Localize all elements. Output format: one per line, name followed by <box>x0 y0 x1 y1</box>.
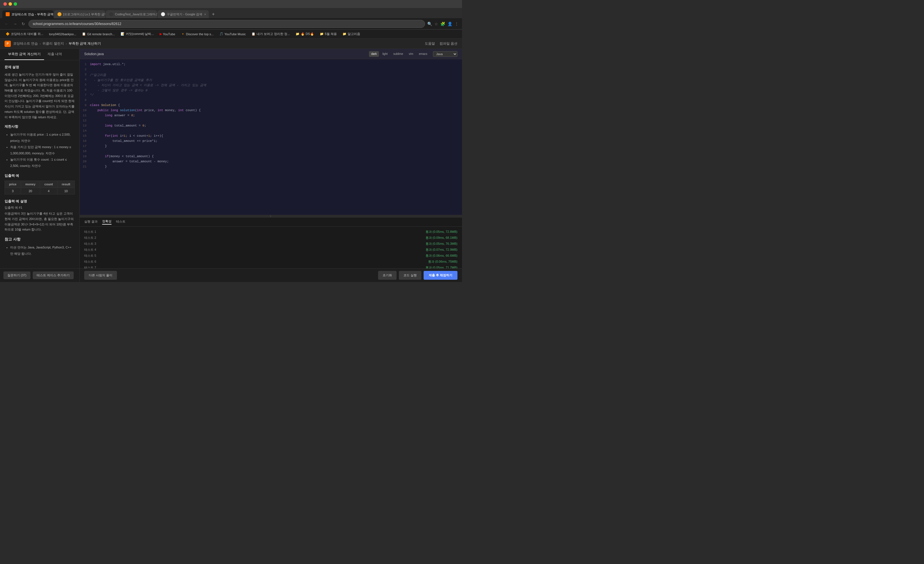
tab-bar: 코딩테스트 연습 - 부족한 금액 계... ✕ [프로그래머스] Lv.1 부… <box>0 8 462 18</box>
bookmark-ds[interactable]: 📁 🔥 DS🔥 <box>293 31 316 37</box>
left-panel: 부족한 금액 계산하기 제출 내역 문제 설명 새로 생긴 놀이기구는 인기가 … <box>0 49 80 282</box>
minimize-button[interactable] <box>9 2 12 6</box>
theme-vim[interactable]: vim <box>406 51 416 57</box>
bookmark-8[interactable]: 📋 내가 보려고 정리한 정... <box>249 31 292 37</box>
tab-problem[interactable]: 부족한 금액 계산하기 <box>4 49 44 60</box>
test-result-4: 테스트 4 통과 (0.07ms, 72.9MB) <box>84 247 458 253</box>
bookmark-ds-label: 🔥 DS🔥 <box>301 32 314 36</box>
compile-options-link[interactable]: 컴파일 옵션 <box>440 41 458 46</box>
profile-icon[interactable]: 👤 <box>447 22 452 26</box>
tab-4-label: 구글번역기 - Google 검색 <box>167 12 202 16</box>
bookmark-6[interactable]: 🔸 Discover the top s... <box>178 31 216 37</box>
code-line-6: 6 - 그렇지 않은 경우 -> 결과는 0 <box>80 88 462 93</box>
site-header-right: 도움말 컴파일 옵션 <box>425 41 458 46</box>
bookmark-3-icon: 📋 <box>82 32 86 36</box>
tab-3[interactable]: CodingTest_Java/프로그래머스/... ✕ <box>106 10 157 18</box>
example-desc-title: 입출력 예 설명 <box>4 199 75 204</box>
tab-submission-label: 제출 내역 <box>48 52 62 56</box>
submit-button[interactable]: 제출 후 채점하기 <box>424 271 458 280</box>
code-line-8: 8 <box>80 98 462 103</box>
bookmark-jobs[interactable]: 📁 5월 채용 <box>318 31 339 37</box>
theme-emacs[interactable]: emacs <box>417 51 430 57</box>
tab-3-favicon <box>109 12 113 16</box>
bookmark-8-label: 내가 보려고 정리한 정... <box>256 32 290 36</box>
test-tab-accuracy[interactable]: 정확성 <box>102 219 111 224</box>
tab-1[interactable]: 코딩테스트 연습 - 부족한 금액 계... ✕ <box>2 10 54 18</box>
table-row: 3 20 4 10 <box>5 188 75 194</box>
test-tab-tests[interactable]: 테스트 <box>116 220 126 224</box>
left-panel-footer: 질문하기 (37) 테스트 케이스 추가하기 <box>0 268 80 282</box>
bookmark-youtube-music[interactable]: 🎵 YouTube Music <box>217 31 248 37</box>
constraint-3: 놀이기구의 이용 횟수 count : 1 ≤ count ≤ 2,500, c… <box>10 156 75 169</box>
site-logo: P <box>4 40 11 47</box>
bookmark-3[interactable]: 📋 Git remote branch... <box>80 31 117 37</box>
test-tab-execution[interactable]: 실행 결과 <box>84 220 98 224</box>
test-label-3: 테스트 3 <box>84 242 96 246</box>
close-button[interactable] <box>3 2 7 6</box>
run-button[interactable]: 코드 실행 <box>399 271 422 280</box>
back-button[interactable]: ← <box>3 21 10 27</box>
code-line-21: 21 } <box>80 165 462 170</box>
question-button[interactable]: 질문하기 (37) <box>3 271 30 279</box>
test-result-6: 테스트 6 통과 (0.06ms, 75MB) <box>84 259 458 265</box>
theme-light[interactable]: light <box>380 51 390 57</box>
test-result-3: 테스트 3 통과 (0.05ms, 76.3MB) <box>84 241 458 247</box>
tab-submission[interactable]: 제출 내역 <box>44 49 65 60</box>
breadcrumb-1[interactable]: 코딩테스트 연습 <box>13 41 38 46</box>
forward-button[interactable]: → <box>12 21 18 27</box>
main-container: P 코딩테스트 연습 › 위클리 챌린지 › 부족한 금액 계산하기 도움말 컴… <box>0 39 462 282</box>
extension-icon[interactable]: 🧩 <box>440 22 445 26</box>
col-count: count <box>40 181 57 188</box>
right-panel: Solution.java dark light sublime vim ema… <box>80 49 462 282</box>
language-selector[interactable]: Java JavaScript Python3 C++ <box>433 51 458 57</box>
help-link[interactable]: 도움말 <box>425 41 435 46</box>
bookmark-youtube-label: YouTube <box>163 32 175 36</box>
address-actions: 🔍 ☆ 🧩 👤 ⋮ <box>427 22 459 26</box>
maximize-button[interactable] <box>14 2 17 6</box>
url-bar[interactable]: school.programmers.co.kr/learn/courses/3… <box>28 20 425 28</box>
tab-2[interactable]: [프로그래머스] Lv.1 부족한 금액... ✕ <box>54 10 105 18</box>
theme-sublime[interactable]: sublime <box>391 51 405 57</box>
youtube-icon: ▶ <box>160 32 162 36</box>
content-area: 부족한 금액 계산하기 제출 내역 문제 설명 새로 생긴 놀이기구는 인기가 … <box>0 49 462 282</box>
breadcrumb-2[interactable]: 위클리 챌린지 <box>42 41 64 46</box>
test-panel: 실행 결과 정확성 테스트 테스트 1 통과 (0.05ms, 72.8MB) … <box>80 217 462 268</box>
tab-4-close[interactable]: ✕ <box>204 13 206 16</box>
addtest-button[interactable]: 테스트 케이스 추가하기 <box>33 271 74 279</box>
bookmark-algo[interactable]: 📁 알고리즘 <box>340 31 362 37</box>
menu-icon[interactable]: ⋮ <box>454 22 459 26</box>
reset-button[interactable]: 초기화 <box>378 271 397 280</box>
note-section: 참고 사항 미션 언어는 Java, JavaScript, Python3, … <box>4 237 75 257</box>
code-line-2: 2 <box>80 68 462 73</box>
bookmark-2[interactable]: tony9402/baekjoo... <box>46 31 78 37</box>
bookmark-icon[interactable]: ☆ <box>434 22 438 26</box>
code-editor[interactable]: 1 import java.util.*; 2 3 /*알고리즘 4 - 놀이기… <box>80 59 462 215</box>
refresh-button[interactable]: ↻ <box>21 21 26 27</box>
new-tab-button[interactable]: + <box>209 10 218 18</box>
other-solution-button[interactable]: 다른 사람의 풀이 <box>84 271 117 280</box>
code-line-12: 12 <box>80 119 462 124</box>
youtube-music-icon: 🎵 <box>219 32 224 36</box>
panel-resizer[interactable]: ≡ <box>80 215 462 217</box>
breadcrumb-3: 부족한 금액 계산하기 <box>69 41 101 46</box>
bookmark-1-icon: 🔶 <box>6 32 10 36</box>
title-bar <box>0 0 462 8</box>
code-line-5: 5 - 자신이 가지고 있는 금액 < 이용료 -> 전체 금액 - 가지고 있… <box>80 83 462 88</box>
bookmark-2-label: tony9402/baekjoo... <box>49 32 76 36</box>
tab-3-label: CodingTest_Java/프로그래머스/... <box>115 12 157 16</box>
tab-4[interactable]: 구글번역기 - Google 검색 ✕ <box>158 10 209 18</box>
code-line-11: 11 long answer = 0; <box>80 114 462 119</box>
test-result-2: 테스트 2 통과 (0.09ms, 68.1MB) <box>84 235 458 241</box>
bookmark-1[interactable]: 🔶 코딩테스트 대비를 위... <box>3 31 45 37</box>
search-icon[interactable]: 🔍 <box>427 22 432 26</box>
col-money: money <box>21 181 40 188</box>
code-line-20: 20 answer = total_amount - money; <box>80 160 462 165</box>
section-title-example: 입출력 예 <box>4 174 75 178</box>
editor-theme-buttons: dark light sublime vim emacs Java JavaSc… <box>369 51 458 57</box>
test-label-6: 테스트 6 <box>84 260 96 264</box>
theme-dark[interactable]: dark <box>369 51 379 57</box>
test-result-value-4: 통과 (0.07ms, 72.9MB) <box>426 248 458 252</box>
breadcrumb: 코딩테스트 연습 › 위클리 챌린지 › 부족한 금액 계산하기 <box>13 41 101 46</box>
bookmark-4[interactable]: 📝 커밋(commit) 날짜... <box>118 31 156 37</box>
bookmark-youtube[interactable]: ▶ YouTube <box>158 31 177 37</box>
